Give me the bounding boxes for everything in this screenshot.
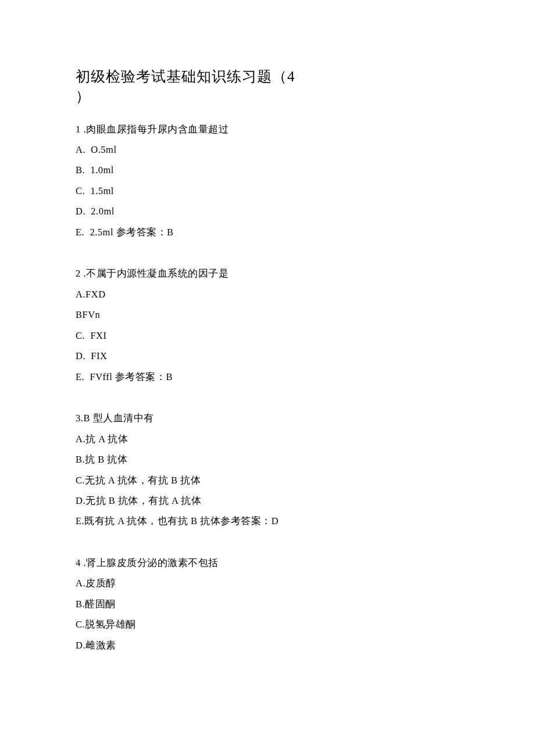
- q2-option-e: E. FVffl 参考答案：B: [76, 367, 459, 387]
- q2-option-d: D. FIX: [76, 346, 459, 366]
- q3-option-c: C.无抗 A 抗体，有抗 B 抗体: [76, 470, 459, 490]
- spacer: [76, 532, 459, 553]
- q1-option-e: E. 2.5ml 参考答案：B: [76, 222, 459, 242]
- title-line-2: ）: [76, 88, 91, 104]
- q4-option-c: C.脱氢异雄酮: [76, 614, 459, 635]
- q2-option-a: A.FXD: [76, 284, 459, 304]
- q1-option-a: A. O.5ml: [76, 139, 459, 160]
- q3-stem: 3.B 型人血清中有: [76, 408, 459, 428]
- q3-option-b: B.抗 B 抗体: [76, 449, 459, 470]
- q2-option-b: BFVn: [76, 304, 459, 325]
- spacer: [76, 242, 459, 263]
- q1-option-c: C. 1.5ml: [76, 181, 459, 201]
- q4-option-b: B.醛固酮: [76, 594, 459, 614]
- q4-stem: 4 .肾上腺皮质分泌的激素不包括: [76, 553, 459, 573]
- document-page: 初级检验考试基础知识练习题（4 ） 1 .肉眼血尿指每升尿内含血量超过 A. O…: [0, 0, 535, 725]
- q3-option-d: D.无抗 B 抗体，有抗 A 抗体: [76, 490, 459, 511]
- q3-option-e: E.既有抗 A 抗体，也有抗 B 抗体参考答案：D: [76, 511, 459, 531]
- page-title: 初级检验考试基础知识练习题（4 ）: [76, 67, 459, 106]
- q2-option-c: C. FXI: [76, 325, 459, 346]
- spacer: [76, 387, 459, 408]
- q1-stem: 1 .肉眼血尿指每升尿内含血量超过: [76, 119, 459, 139]
- title-line-1: 初级检验考试基础知识练习题（4: [76, 69, 295, 84]
- q2-stem: 2 .不属于内源性凝血系统的因子是: [76, 263, 459, 284]
- q4-option-a: A.皮质醇: [76, 573, 459, 593]
- q4-option-d: D.雌激素: [76, 635, 459, 655]
- q1-option-b: B. 1.0ml: [76, 160, 459, 180]
- q3-option-a: A.抗 A 抗体: [76, 429, 459, 449]
- q1-option-d: D. 2.0ml: [76, 201, 459, 221]
